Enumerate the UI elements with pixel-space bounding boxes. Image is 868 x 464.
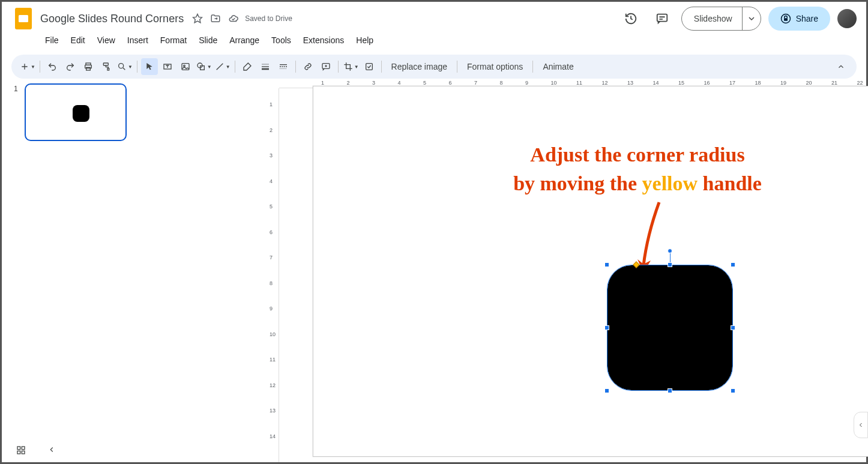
cloud-saved-icon[interactable]: [228, 13, 239, 24]
rotate-handle[interactable]: [668, 249, 672, 253]
menubar: File Edit View Insert Format Slide Arran…: [2, 31, 866, 50]
rotate-line: [670, 253, 671, 263]
menu-file[interactable]: File: [40, 33, 64, 47]
history-icon[interactable]: [619, 7, 643, 31]
replace-image-button[interactable]: Replace image: [385, 58, 453, 75]
shape-tool[interactable]: ▼: [195, 58, 212, 75]
svg-point-11: [119, 64, 124, 68]
collapse-toolbar-button[interactable]: [833, 58, 849, 75]
separator: [338, 61, 339, 73]
separator: [137, 61, 137, 73]
border-dash-button[interactable]: [275, 58, 292, 75]
star-icon[interactable]: [192, 13, 203, 24]
ruler-tick: 20: [806, 80, 812, 86]
ruler-tick: 14: [270, 433, 276, 439]
ruler-tick: 15: [678, 80, 684, 86]
ruler-tick: 3: [372, 80, 375, 86]
border-weight-button[interactable]: [257, 58, 274, 75]
share-button[interactable]: Share: [768, 7, 830, 31]
share-label: Share: [796, 14, 818, 23]
ruler-tick: 9: [270, 306, 273, 312]
menu-arrange[interactable]: Arrange: [225, 33, 264, 47]
slides-logo[interactable]: [11, 7, 35, 31]
resize-handle-ml[interactable]: [604, 325, 609, 330]
rounded-rectangle-shape[interactable]: [607, 265, 732, 390]
toolbar: ▼ ▼ ▼ ▼ ▼ Replace image Format options A…: [11, 55, 857, 79]
ruler-tick: 11: [576, 80, 582, 86]
border-color-button[interactable]: [239, 58, 256, 75]
menu-view[interactable]: View: [92, 33, 120, 47]
menu-edit[interactable]: Edit: [66, 33, 90, 47]
side-panel-expand-icon[interactable]: [854, 412, 868, 438]
document-title[interactable]: Google Slides Round Corners: [40, 13, 184, 25]
slide-number: 1: [14, 83, 20, 141]
svg-rect-3: [657, 14, 668, 22]
line-tool[interactable]: ▼: [214, 58, 231, 75]
resize-handle-mr[interactable]: [731, 325, 735, 330]
link-button[interactable]: [300, 58, 316, 75]
ruler-tick: 4: [270, 178, 273, 184]
slide-canvas[interactable]: Adjust the corner radius by moving the y…: [313, 86, 868, 457]
resize-handle-tl[interactable]: [604, 262, 609, 267]
svg-rect-13: [182, 64, 189, 70]
annotation-text: Adjust the corner radius by moving the y…: [475, 140, 800, 197]
reset-image-button[interactable]: [361, 58, 378, 75]
animate-button[interactable]: Animate: [537, 58, 579, 75]
slideshow-button[interactable]: Slideshow: [681, 7, 761, 31]
redo-button[interactable]: [62, 58, 79, 75]
slide-thumbnail-1[interactable]: [25, 83, 127, 141]
menu-tools[interactable]: Tools: [267, 33, 296, 47]
slideshow-dropdown[interactable]: [742, 7, 761, 30]
ruler-tick: 6: [270, 229, 273, 235]
avatar[interactable]: [837, 9, 857, 28]
menu-extensions[interactable]: Extensions: [298, 33, 349, 47]
undo-button[interactable]: [44, 58, 61, 75]
print-button[interactable]: [80, 58, 97, 75]
zoom-button[interactable]: ▼: [116, 58, 133, 75]
ruler-tick: 22: [857, 80, 863, 86]
filmstrip-collapse-icon[interactable]: [47, 445, 56, 455]
separator: [457, 61, 457, 73]
resize-handle-bl[interactable]: [604, 388, 609, 393]
ruler-tick: 10: [551, 80, 557, 86]
crop-button[interactable]: ▼: [342, 58, 360, 75]
ruler-vertical: 1234567891011121314: [267, 88, 279, 462]
ruler-tick: 11: [270, 357, 276, 363]
resize-handle-tr[interactable]: [731, 262, 735, 267]
format-options-button[interactable]: Format options: [461, 58, 529, 75]
separator: [295, 61, 296, 73]
ruler-tick: 10: [270, 331, 276, 337]
new-slide-button[interactable]: ▼: [19, 58, 36, 75]
resize-handle-bm[interactable]: [668, 388, 672, 393]
textbox-tool[interactable]: [159, 58, 176, 75]
ruler-tick: 14: [653, 80, 659, 86]
move-folder-icon[interactable]: [210, 13, 221, 24]
image-tool[interactable]: [177, 58, 194, 75]
resize-handle-br[interactable]: [731, 388, 735, 393]
paint-format-button[interactable]: [98, 58, 115, 75]
select-tool[interactable]: [141, 58, 158, 75]
saved-status: Saved to Drive: [245, 14, 292, 23]
slideshow-label: Slideshow: [682, 14, 742, 23]
svg-rect-1: [19, 15, 28, 22]
comments-icon[interactable]: [650, 7, 674, 31]
resize-handle-tm[interactable]: [668, 262, 672, 267]
svg-rect-21: [17, 451, 20, 454]
svg-rect-9: [103, 63, 108, 65]
ruler-tick: 12: [270, 382, 276, 388]
svg-rect-5: [784, 18, 788, 21]
svg-rect-19: [17, 447, 20, 450]
ruler-tick: 19: [780, 80, 786, 86]
menu-help[interactable]: Help: [351, 33, 378, 47]
menu-insert[interactable]: Insert: [122, 33, 153, 47]
svg-rect-10: [107, 68, 109, 70]
menu-format[interactable]: Format: [155, 33, 191, 47]
comment-button[interactable]: [318, 58, 334, 75]
separator: [235, 61, 235, 73]
canvas-area: 1234567891011121314151617181920212223242…: [133, 79, 866, 462]
selected-shape[interactable]: [607, 265, 732, 390]
menu-slide[interactable]: Slide: [194, 33, 222, 47]
grid-view-icon[interactable]: [16, 445, 26, 455]
svg-rect-20: [22, 447, 25, 450]
ruler-tick: 21: [831, 80, 837, 86]
